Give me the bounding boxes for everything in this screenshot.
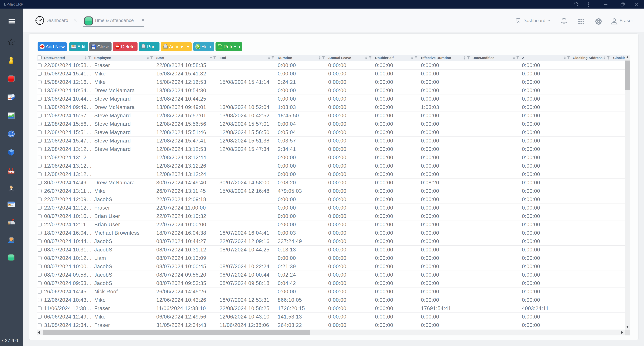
svg-text:12: 12 xyxy=(8,96,11,99)
svg-text:?: ? xyxy=(197,45,199,49)
